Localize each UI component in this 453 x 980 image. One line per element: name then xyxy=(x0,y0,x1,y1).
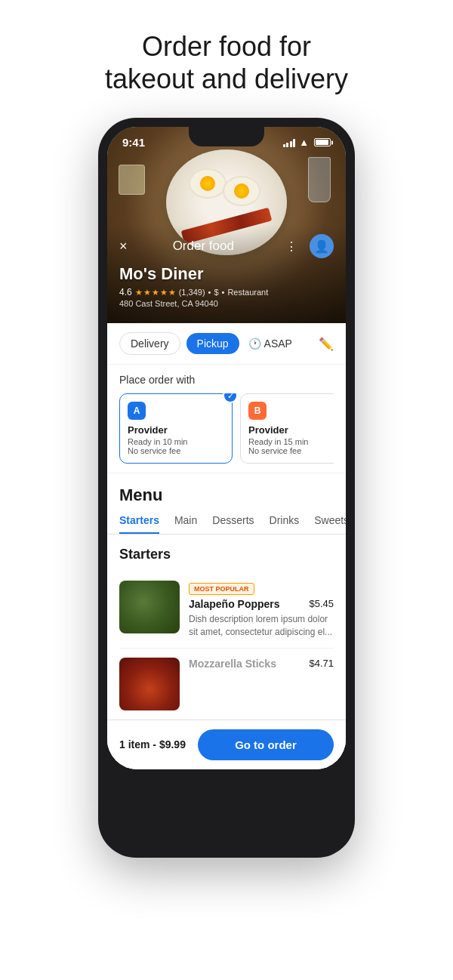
star-half: ★ xyxy=(168,288,176,297)
provider-logo-1: A xyxy=(128,402,146,420)
tab-drinks[interactable]: Drinks xyxy=(270,514,300,534)
item-desc-1: Dish description lorem ipsum dolor sit a… xyxy=(189,613,334,639)
menu-section: Menu Starters Main Desserts Drinks Sweet… xyxy=(107,473,346,720)
pickup-tab[interactable]: Pickup xyxy=(186,333,239,354)
go-to-order-button[interactable]: Go to order xyxy=(198,729,334,760)
delivery-tab[interactable]: Delivery xyxy=(119,332,180,355)
time-selector[interactable]: 🕐 ASAP xyxy=(248,337,292,350)
hero-section: 9:41 ▲ × Order food xyxy=(107,127,346,323)
item-price-2: $4.71 xyxy=(309,658,334,669)
item-details-2: Mozzarella Sticks $4.71 xyxy=(189,658,334,710)
rating-stars: ★ ★ ★ ★ ★ xyxy=(135,288,176,297)
close-button[interactable]: × xyxy=(119,239,128,254)
edit-icon[interactable]: ✏️ xyxy=(319,337,334,351)
provider-fee-2: No service fee xyxy=(248,446,334,455)
item-header-1: Jalapeño Poppers $5.45 xyxy=(189,598,334,610)
egg-yolk-2 xyxy=(234,183,249,199)
phone-frame: 9:41 ▲ × Order food xyxy=(98,118,355,858)
battery-icon xyxy=(314,138,331,146)
category-title: Starters xyxy=(119,547,334,562)
item-header-2: Mozzarella Sticks $4.71 xyxy=(189,658,334,670)
price-level: $ xyxy=(214,288,218,297)
user-profile-button[interactable]: 👤 xyxy=(310,234,334,258)
phone-screen: 9:41 ▲ × Order food xyxy=(107,127,346,769)
menu-title: Menu xyxy=(107,485,346,505)
item-name-1: Jalapeño Poppers xyxy=(189,598,280,610)
provider-time-2: Ready in 15 min xyxy=(248,437,334,446)
clock-icon: 🕐 xyxy=(248,337,261,350)
restaurant-meta: 4.6 ★ ★ ★ ★ ★ (1,349) • $ • Restaurant xyxy=(119,287,334,297)
wifi-icon: ▲ xyxy=(299,137,309,148)
provider-fee-1: No service fee xyxy=(128,446,224,455)
provider-name-2: Provider xyxy=(248,424,334,436)
more-icon: ⋮ xyxy=(285,239,297,254)
restaurant-address: 480 Cast Street, CA 94040 xyxy=(119,299,334,308)
providers-list: ✓ A Provider Ready in 10 min No service … xyxy=(119,393,334,464)
star-4: ★ xyxy=(160,288,168,297)
status-icons: ▲ xyxy=(283,137,331,148)
signal-icon xyxy=(283,138,296,147)
tab-sweets[interactable]: Sweets & Treats xyxy=(314,514,346,534)
restaurant-info: Mo's Diner 4.6 ★ ★ ★ ★ ★ (1,349) • $ xyxy=(119,264,334,314)
provider-card-1[interactable]: ✓ A Provider Ready in 10 min No service … xyxy=(119,393,233,464)
most-popular-badge: MOST POPULAR xyxy=(189,583,254,595)
provider-card-2[interactable]: B Provider Ready in 15 min No service fe… xyxy=(240,393,334,464)
separator-1: • xyxy=(208,288,211,297)
provider-section: Place order with ✓ A Provider Ready in 1… xyxy=(107,365,346,473)
egg-2 xyxy=(223,176,260,206)
item-name-2: Mozzarella Sticks xyxy=(189,658,276,670)
tab-starters[interactable]: Starters xyxy=(119,514,159,534)
menu-tabs: Starters Main Desserts Drinks Sweets & T… xyxy=(107,514,346,535)
top-navigation: × Order food ⋮ 👤 Mo's Diner xyxy=(107,225,346,323)
phone-notch xyxy=(189,127,264,146)
rating-number: 4.6 xyxy=(119,287,132,297)
review-count: (1,349) xyxy=(179,288,205,297)
egg-1 xyxy=(189,168,226,199)
selected-check: ✓ xyxy=(223,393,238,403)
starters-category: Starters MOST POPULAR Jalapeño Poppers $… xyxy=(107,535,346,720)
asap-label: ASAP xyxy=(264,337,292,350)
menu-item-mozzarella[interactable]: Mozzarella Sticks $4.71 xyxy=(119,649,334,720)
menu-item-jalapeno[interactable]: MOST POPULAR Jalapeño Poppers $5.45 Dish… xyxy=(119,572,334,649)
item-image-1 xyxy=(119,581,180,633)
provider-logo-2: B xyxy=(248,402,267,420)
item-details-1: MOST POPULAR Jalapeño Poppers $5.45 Dish… xyxy=(189,581,334,639)
more-button[interactable]: ⋮ xyxy=(279,234,304,258)
provider-name-1: Provider xyxy=(128,424,224,436)
restaurant-type: Restaurant xyxy=(227,288,268,297)
content-area: Delivery Pickup 🕐 ASAP ✏️ Place order wi… xyxy=(107,323,346,769)
tab-main[interactable]: Main xyxy=(174,514,197,534)
star-1: ★ xyxy=(135,288,143,297)
glass-decoration xyxy=(308,157,331,202)
item-price-1: $5.45 xyxy=(309,598,334,609)
user-icon: 👤 xyxy=(314,239,329,254)
page-headline: Order food for takeout and delivery xyxy=(75,30,378,95)
separator-2: • xyxy=(222,288,225,297)
restaurant-name: Mo's Diner xyxy=(119,264,334,284)
nav-row: × Order food ⋮ 👤 xyxy=(119,234,334,258)
star-3: ★ xyxy=(152,288,159,297)
item-image-2 xyxy=(119,658,180,710)
mug-decoration xyxy=(119,165,145,195)
egg-yolk-1 xyxy=(200,176,215,191)
order-type-tabs: Delivery Pickup 🕐 ASAP ✏️ xyxy=(107,323,346,365)
nav-title: Order food xyxy=(173,239,234,254)
provider-label: Place order with xyxy=(119,374,334,386)
provider-time-1: Ready in 10 min xyxy=(128,437,224,446)
tab-desserts[interactable]: Desserts xyxy=(212,514,254,534)
bottom-bar: 1 item - $9.99 Go to order xyxy=(107,720,346,769)
star-2: ★ xyxy=(143,288,151,297)
nav-icons: ⋮ 👤 xyxy=(279,234,334,258)
order-summary: 1 item - $9.99 xyxy=(119,738,186,750)
status-time: 9:41 xyxy=(122,136,145,149)
